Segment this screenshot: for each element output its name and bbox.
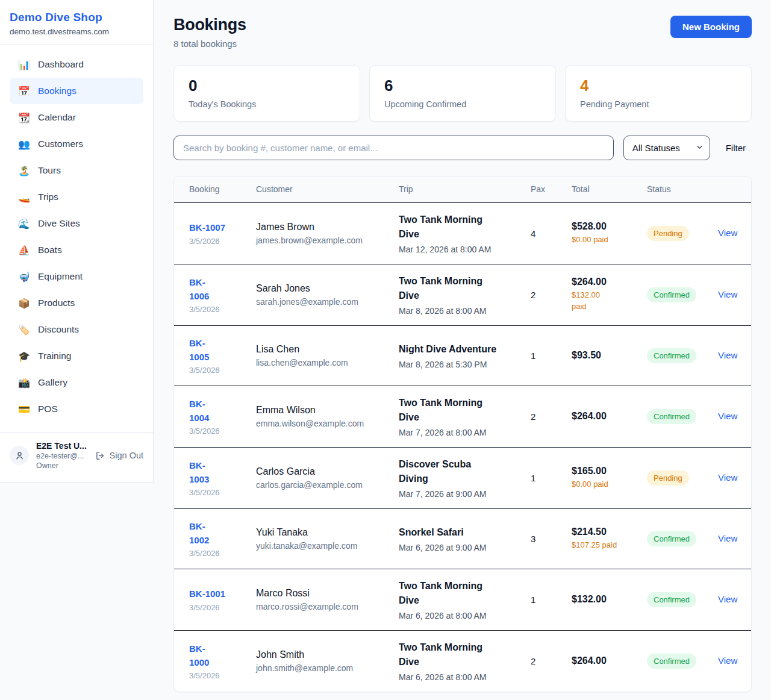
- trip-name: Two Tank Morning Dive: [399, 274, 507, 303]
- trip-datetime: Mar 7, 2026 at 9:00 AM: [399, 489, 531, 499]
- controls-row: All Statuses Filter: [173, 136, 752, 160]
- trip-name: Snorkel Safari: [399, 525, 507, 540]
- sidebar-item-gallery[interactable]: 📸 Gallery: [10, 369, 143, 396]
- sidebar-item-products[interactable]: 📦 Products: [10, 290, 143, 316]
- search-input[interactable]: [173, 136, 614, 160]
- sidebar-item-dashboard[interactable]: 📊 Dashboard: [10, 51, 143, 78]
- sidebar-item-pos[interactable]: 💳 POS: [10, 396, 143, 422]
- col-total: Total: [572, 184, 647, 194]
- sailboat-icon: ⛵: [18, 245, 30, 256]
- camera-icon: 📸: [18, 377, 30, 389]
- view-link[interactable]: View: [718, 594, 737, 604]
- bookings-count: 8 total bookings: [173, 39, 246, 49]
- trip-datetime: Mar 8, 2026 at 5:30 PM: [399, 360, 531, 369]
- view-link[interactable]: View: [718, 289, 737, 299]
- booking-date: 3/5/2026: [189, 488, 256, 497]
- view-link[interactable]: View: [718, 655, 737, 666]
- diving-mask-icon: 🤿: [18, 271, 30, 283]
- status-badge: Confirmed: [647, 287, 696, 302]
- trip-datetime: Mar 12, 2026 at 8:00 AM: [399, 245, 531, 254]
- filter-button[interactable]: Filter: [720, 143, 752, 153]
- stat-value: 0: [189, 77, 345, 95]
- customer-name: John Smith: [256, 649, 399, 660]
- sidebar-item-tours[interactable]: 🏝️ Tours: [10, 157, 143, 184]
- booking-id-link[interactable]: BK-1001: [189, 589, 225, 599]
- view-link[interactable]: View: [718, 411, 737, 421]
- table-row: BK-1004 3/5/2026 Emma Wilson emma.wilson…: [174, 386, 751, 447]
- col-trip: Trip: [399, 184, 531, 194]
- sidebar-item-calendar[interactable]: 📆 Calendar: [10, 104, 143, 131]
- customer-name: Yuki Tanaka: [256, 527, 399, 538]
- booking-date: 3/5/2026: [189, 549, 256, 558]
- customer-email: carlos.garcia@example.com: [256, 480, 399, 490]
- col-pax: Pax: [531, 184, 572, 194]
- sidebar-item-boats[interactable]: ⛵ Boats: [10, 237, 143, 263]
- view-link[interactable]: View: [718, 533, 737, 543]
- sidebar-item-trips[interactable]: 🚤 Trips: [10, 184, 143, 210]
- status-filter-select[interactable]: All Statuses: [623, 136, 710, 160]
- sidebar-item-dive-sites[interactable]: 🌊 Dive Sites: [10, 210, 143, 237]
- bar-chart-icon: 📊: [18, 59, 30, 70]
- stat-value: 4: [580, 77, 737, 95]
- view-link[interactable]: View: [718, 472, 737, 483]
- customer-name: James Brown: [256, 222, 399, 233]
- customer-email: emma.wilson@example.com: [256, 419, 399, 428]
- package-icon: 📦: [18, 298, 30, 309]
- paid-amount: $132.00 paid: [572, 290, 607, 313]
- table-body: BK-1007 3/5/2026 James Brown james.brown…: [174, 202, 751, 692]
- sidebar: Demo Dive Shop demo.test.divestreams.com…: [0, 0, 154, 483]
- total-amount: $165.00: [572, 466, 647, 477]
- page-header-text: Bookings 8 total bookings: [173, 16, 246, 49]
- status-filter-wrap: All Statuses: [623, 136, 710, 160]
- trip-datetime: Mar 6, 2026 at 9:00 AM: [399, 543, 531, 552]
- view-link[interactable]: View: [718, 228, 737, 238]
- booking-date: 3/5/2026: [189, 366, 256, 375]
- booking-id-link[interactable]: BK-1006: [189, 275, 216, 304]
- booking-id-link[interactable]: BK-1000: [189, 642, 216, 670]
- sign-out-button[interactable]: Sign Out: [95, 451, 143, 461]
- table-row: BK-1007 3/5/2026 James Brown james.brown…: [174, 202, 751, 264]
- tag-icon: 🏷️: [18, 324, 30, 336]
- stat-card: 4 Pending Payment: [565, 65, 752, 122]
- customer-email: sarah.jones@example.com: [256, 297, 399, 307]
- people-icon: 👥: [18, 139, 30, 150]
- customer-email: lisa.chen@example.com: [256, 358, 399, 367]
- tearoff-calendar-icon: 📆: [18, 112, 30, 123]
- booking-id-link[interactable]: BK-1005: [189, 336, 216, 364]
- sidebar-item-training[interactable]: 🎓 Training: [10, 343, 143, 369]
- customer-email: james.brown@example.com: [256, 236, 399, 245]
- bookings-table: Booking Customer Trip Pax Total Status B…: [173, 176, 752, 692]
- sidebar-item-equipment[interactable]: 🤿 Equipment: [10, 263, 143, 290]
- sidebar-item-discounts[interactable]: 🏷️ Discounts: [10, 316, 143, 343]
- status-badge: Pending: [647, 470, 689, 486]
- new-booking-button[interactable]: New Booking: [670, 16, 752, 38]
- total-amount: $214.50: [572, 527, 647, 537]
- trip-datetime: Mar 7, 2026 at 8:00 AM: [399, 428, 531, 437]
- paid-amount: $0.00 paid: [572, 234, 647, 246]
- total-amount: $93.50: [572, 350, 647, 361]
- shop-name: Demo Dive Shop: [10, 11, 143, 24]
- booking-id-link[interactable]: BK-1007: [189, 222, 225, 233]
- booking-id-link[interactable]: BK-1004: [189, 397, 216, 425]
- col-customer: Customer: [256, 184, 399, 194]
- customer-name: Emma Wilson: [256, 405, 399, 416]
- sidebar-item-bookings[interactable]: 📅 Bookings: [10, 78, 143, 104]
- trip-name: Two Tank Morning Dive: [399, 640, 507, 669]
- sidebar-item-customers[interactable]: 👥 Customers: [10, 131, 143, 157]
- main-content: Bookings 8 total bookings New Booking 0 …: [154, 0, 771, 700]
- table-row: BK-1003 3/5/2026 Carlos Garcia carlos.ga…: [174, 447, 751, 508]
- trip-name: Two Tank Morning Dive: [399, 396, 507, 425]
- view-link[interactable]: View: [718, 350, 737, 360]
- stat-card: 0 Today's Bookings: [173, 65, 360, 122]
- total-amount: $528.00: [572, 221, 647, 232]
- booking-id-link[interactable]: BK-1002: [189, 519, 216, 548]
- pax-count: 4: [531, 228, 572, 239]
- booking-date: 3/5/2026: [189, 603, 256, 612]
- avatar: [10, 446, 29, 465]
- sidebar-nav: 📊 Dashboard 📅 Bookings 📆 Calendar 👥 Cust…: [0, 45, 153, 427]
- table-row: BK-1006 3/5/2026 Sarah Jones sarah.jones…: [174, 264, 751, 325]
- booking-id-link[interactable]: BK-1003: [189, 458, 216, 487]
- paid-amount: $107.25 paid: [572, 540, 647, 551]
- pax-count: 1: [531, 595, 572, 605]
- col-status: Status: [647, 184, 718, 194]
